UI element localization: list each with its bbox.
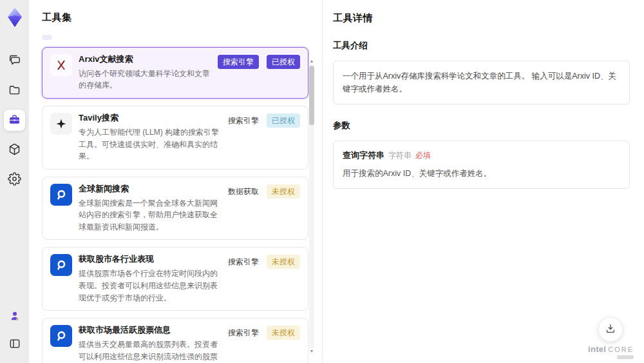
tool-icon (50, 54, 72, 76)
tool-status-badge: 未授权 (267, 255, 300, 269)
sidebar-item-tools[interactable] (4, 110, 25, 131)
tool-name: 全球新闻搜索 (79, 184, 222, 195)
list-scrollbar[interactable]: ▲ ▼ (308, 58, 315, 355)
tool-status-badge: 未授权 (267, 326, 300, 340)
core-wordmark: CORE (608, 346, 634, 353)
sidebar-item-models[interactable] (4, 139, 25, 161)
main-content: 工具集 (29, 0, 644, 363)
tool-name: 获取市场最活跃股票信息 (79, 325, 222, 336)
page-title: 工具集 (42, 12, 322, 24)
tool-list-pane: 工具集 (29, 0, 322, 363)
tool-icon (50, 325, 72, 347)
tool-icon (50, 184, 72, 206)
tool-status-badge: 未授权 (267, 184, 300, 199)
tool-name: Arxiv文献搜索 (79, 54, 211, 65)
tool-item-body: 全球新闻搜索 全球新闻搜索是一个聚合全球各大新闻网站内容的搜索引擎，帮助用户快速… (79, 184, 222, 233)
tool-item-body: 获取市场最活跃股票信息 提供当天交易量最高的股票列表。投资者可以利用这些信息来识… (79, 325, 222, 363)
parameter-name: 查询字符串 (343, 150, 384, 161)
params-heading: 参数 (333, 120, 630, 132)
download-button[interactable] (598, 317, 623, 342)
tool-description: 全球新闻搜索是一个聚合全球各大新闻网站内容的搜索引擎，帮助用户快速获取全球最新资… (79, 197, 222, 233)
tool-icon (50, 113, 72, 135)
tool-name: Tavily搜索 (79, 113, 222, 124)
cube-icon (8, 142, 21, 158)
intro-heading: 工具介绍 (333, 40, 630, 52)
detail-title: 工具详情 (333, 12, 630, 25)
left-sidebar (0, 0, 29, 363)
params-list: 查询字符串 字符串 必填 用于搜索的Arxiv ID、关键字或作者姓名。 (333, 141, 630, 189)
tool-item-tags: 搜索引擎 已授权 (228, 113, 300, 128)
tool-item-tags: 数据获取 未授权 (228, 184, 300, 199)
sidebar-item-settings[interactable] (4, 169, 25, 190)
category-tabs (42, 35, 322, 40)
bottom-right-float: intel CORE (588, 317, 634, 359)
parameter-type: 字符串 (388, 150, 412, 161)
chat-icon (8, 54, 21, 69)
tool-category-tag: 搜索引擎 (228, 113, 259, 128)
tool-category-tag: 数据获取 (228, 184, 259, 199)
toolbox-icon (8, 113, 21, 128)
tool-item-body: Arxiv文献搜索 访问各个研究领域大量科学论文和文章的存储库。 (79, 54, 211, 92)
parameter-description: 用于搜索的Arxiv ID、关键字或作者姓名。 (343, 168, 620, 180)
sidebar-item-profile[interactable] (4, 306, 25, 328)
tool-item-tags: 搜索引擎 已授权 (218, 54, 300, 69)
parameter-header: 查询字符串 字符串 必填 (343, 150, 620, 161)
scrollbar-up-arrow-icon[interactable]: ▲ (308, 58, 315, 64)
tool-list: Arxiv文献搜索 访问各个研究领域大量科学论文和文章的存储库。 搜索引擎 已授… (42, 47, 308, 363)
tool-list-item[interactable]: 获取市场最活跃股票信息 提供当天交易量最高的股票列表。投资者可以利用这些信息来识… (42, 318, 308, 363)
intel-ultra-badge (617, 355, 634, 359)
category-tab[interactable] (61, 35, 71, 40)
sidebar-collapse-button[interactable] (4, 334, 25, 355)
category-tab[interactable] (80, 35, 91, 40)
tool-status-badge: 已授权 (267, 55, 300, 69)
tool-description: 提供股票市场各个行业在特定时间段内的表现。投资者可以利用这些信息来识别表现优于或… (79, 268, 222, 304)
sidebar-item-chat[interactable] (4, 50, 25, 72)
intel-wordmark: intel (588, 345, 606, 353)
sidebar-nav (4, 50, 25, 190)
tool-item-body: Tavily搜索 专为人工智能代理 (LLM) 构建的搜索引擎工具。可快速提供实… (79, 113, 222, 162)
parameter-required-badge: 必填 (415, 150, 431, 161)
tool-name: 获取股市各行业表现 (79, 254, 222, 265)
collapse-panel-icon (8, 337, 21, 352)
tool-description: 访问各个研究领域大量科学论文和文章的存储库。 (79, 68, 211, 92)
category-tab[interactable] (100, 35, 110, 40)
tool-category-tag: 搜索引擎 (218, 55, 259, 69)
scrollbar-down-arrow-icon[interactable]: ▼ (308, 348, 315, 355)
tool-description: 提供当天交易量最高的股票列表。投资者可以利用这些信息来识别流动性强的股票和潜在的… (79, 338, 222, 363)
tool-detail-pane: 工具详情 工具介绍 一个用于从Arxiv存储库搜索科学论文和文章的工具。 输入可… (322, 0, 644, 363)
intel-core-logo: intel CORE (588, 345, 634, 359)
download-icon (604, 322, 617, 337)
tool-icon (50, 254, 72, 276)
tool-list-item[interactable]: Tavily搜索 专为人工智能代理 (LLM) 构建的搜索引擎工具。可快速提供实… (42, 106, 308, 170)
tool-category-tag: 搜索引擎 (228, 255, 259, 269)
tool-category-tag: 搜索引擎 (228, 326, 259, 340)
app-logo-icon (5, 6, 25, 28)
tool-intro-box: 一个用于从Arxiv存储库搜索科学论文和文章的工具。 输入可以是Arxiv ID… (333, 61, 630, 104)
tool-list-item[interactable]: Arxiv文献搜索 访问各个研究领域大量科学论文和文章的存储库。 搜索引擎 已授… (42, 47, 308, 99)
app-window: 工具集 (0, 0, 644, 363)
gear-icon (8, 172, 21, 188)
tool-description: 专为人工智能代理 (LLM) 构建的搜索引擎工具。可快速提供实时、准确和真实的结… (79, 126, 222, 162)
tool-item-tags: 搜索引擎 未授权 (228, 254, 300, 269)
tool-list-item[interactable]: 获取股市各行业表现 提供股票市场各个行业在特定时间段内的表现。投资者可以利用这些… (42, 247, 308, 311)
tool-item-tags: 搜索引擎 未授权 (228, 325, 300, 340)
sidebar-bottom (4, 306, 25, 355)
scrollbar-thumb[interactable] (309, 66, 314, 125)
folder-icon (8, 83, 21, 99)
parameter-card: 查询字符串 字符串 必填 用于搜索的Arxiv ID、关键字或作者姓名。 (333, 141, 630, 189)
category-tab[interactable] (42, 35, 52, 40)
user-icon (8, 309, 21, 324)
sidebar-item-files[interactable] (4, 80, 25, 101)
tool-item-body: 获取股市各行业表现 提供股票市场各个行业在特定时间段内的表现。投资者可以利用这些… (79, 254, 222, 304)
tool-status-badge: 已授权 (267, 113, 300, 128)
tool-list-item[interactable]: 全球新闻搜索 全球新闻搜索是一个聚合全球各大新闻网站内容的搜索引擎，帮助用户快速… (42, 177, 308, 240)
